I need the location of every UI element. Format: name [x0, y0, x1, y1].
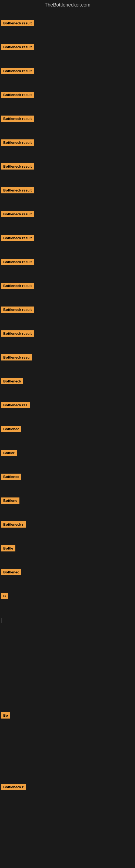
bottleneck-label: Bottlene: [1, 497, 19, 504]
site-title: TheBottlenecker.com: [0, 0, 135, 11]
bottleneck-label: Bottleneck result: [1, 163, 34, 169]
bottleneck-row: Bottlenec: [0, 560, 135, 584]
bottleneck-row: Bottleneck r: [0, 513, 135, 536]
bottleneck-row: [0, 632, 135, 656]
bottleneck-row: Bottleneck result: [0, 106, 135, 130]
bottleneck-row: |: [0, 608, 135, 632]
bottleneck-row: Bottleneck result: [0, 130, 135, 154]
bottleneck-label: Bottleneck res: [1, 402, 30, 408]
bottleneck-label: Bottleneck result: [1, 140, 34, 146]
bottleneck-row: Bottleneck result: [0, 35, 135, 59]
bottleneck-row: Bottleneck: [0, 369, 135, 393]
bottleneck-label: Bottleneck result: [1, 330, 34, 337]
bottleneck-label: Bottleneck result: [1, 92, 34, 98]
bottleneck-row: Bottleneck res: [0, 393, 135, 417]
bottleneck-label: Bottleneck result: [1, 116, 34, 122]
bottleneck-row: B: [0, 584, 135, 608]
bottleneck-label: Bottlenec: [1, 426, 21, 432]
bottleneck-label: Bottler: [1, 450, 17, 456]
bottleneck-row: [0, 680, 135, 703]
bottleneck-label: Bottleneck r: [1, 784, 26, 790]
bottleneck-label: Bottlenec: [1, 569, 21, 575]
bottleneck-row: Bottleneck result: [0, 11, 135, 35]
bottleneck-row: Bottleneck result: [0, 178, 135, 202]
bottleneck-row: Bottleneck result: [0, 202, 135, 226]
bottleneck-label: Bottleneck r: [1, 521, 26, 528]
bottleneck-label: Bottleneck result: [1, 307, 34, 313]
bottleneck-label: Bottleneck result: [1, 20, 34, 26]
bottleneck-row: Bottleneck result: [0, 83, 135, 106]
bottleneck-label: Bo: [1, 712, 10, 718]
bottleneck-row: [0, 656, 135, 680]
bottleneck-label: Bottleneck result: [1, 211, 34, 217]
bottleneck-row: Bottlenec: [0, 417, 135, 441]
bottleneck-row: [0, 799, 135, 823]
bottleneck-row: [0, 751, 135, 775]
pipe-separator: |: [1, 617, 2, 622]
bottleneck-label: Bottleneck result: [1, 187, 34, 193]
bottleneck-label: Bottleneck: [1, 378, 23, 384]
bottleneck-row: Bottleneck result: [0, 298, 135, 321]
bottleneck-row: Bottleneck result: [0, 59, 135, 83]
bottleneck-label: B: [1, 593, 8, 599]
bottleneck-row: [0, 727, 135, 751]
bottleneck-row: Bottle: [0, 536, 135, 560]
bottleneck-row: Bottleneck resu: [0, 345, 135, 369]
bottleneck-row: Bottleneck result: [0, 321, 135, 345]
bottleneck-label: Bottleneck result: [1, 235, 34, 241]
bottleneck-row: Bottleneck r: [0, 775, 135, 799]
bottleneck-label: Bottleneck result: [1, 259, 34, 265]
bottleneck-label: Bottleneck result: [1, 283, 34, 289]
bottleneck-row: Bottlene: [0, 489, 135, 513]
bottleneck-row: Bottler: [0, 441, 135, 465]
bottleneck-row: Bottleneck result: [0, 226, 135, 250]
bottleneck-row: Bottlenec: [0, 465, 135, 489]
bottleneck-label: Bottlenec: [1, 474, 21, 480]
bottleneck-label: Bottle: [1, 545, 15, 552]
bottleneck-row: Bottleneck result: [0, 154, 135, 178]
bottleneck-row: Bottleneck result: [0, 250, 135, 274]
bottleneck-label: Bottleneck result: [1, 44, 34, 50]
bottleneck-row: Bo: [0, 703, 135, 727]
bottleneck-label: Bottleneck result: [1, 68, 34, 74]
bottleneck-row: Bottleneck result: [0, 274, 135, 298]
bottleneck-label: Bottleneck resu: [1, 354, 32, 361]
